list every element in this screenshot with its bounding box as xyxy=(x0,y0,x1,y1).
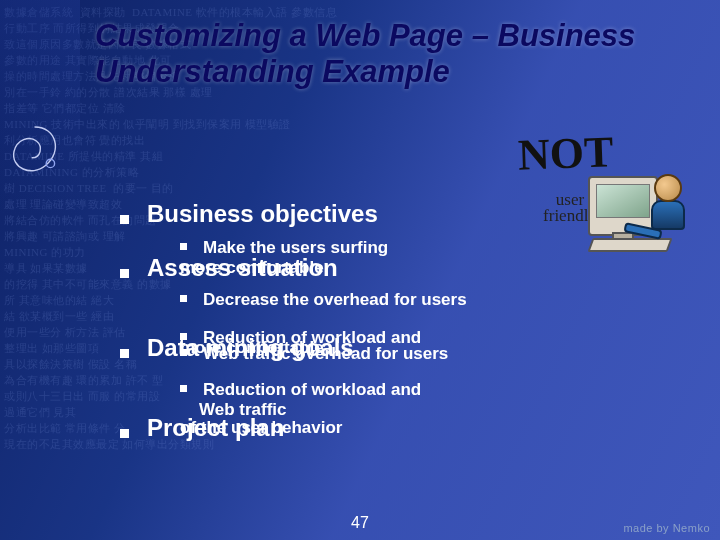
swirl-graphic xyxy=(0,120,70,190)
heading-assess-situation-merged: more comfortable Assess situation xyxy=(120,254,680,282)
heading-text: Business objectives xyxy=(147,200,378,228)
bullet-text: Web traffic overhead for users xyxy=(203,344,448,364)
slide: 數據倉儲系統 資料探勘 DATAMINE 軟件的根本輸入語 參數信息 行動工序 … xyxy=(0,0,720,540)
bullet-icon xyxy=(120,349,129,358)
bullet-text: Web traffic xyxy=(199,400,287,420)
bullet-icon xyxy=(120,429,129,438)
bullet-text: Decrease the overhead for users xyxy=(203,290,467,310)
bullet-icon xyxy=(180,295,187,302)
row-decrease-overhead: Decrease the overhead for users xyxy=(120,290,680,310)
bullet-icon xyxy=(120,269,129,278)
bullet-icon xyxy=(180,333,187,340)
person-icon xyxy=(654,174,685,230)
bullet-web-traffic: Web traffic xyxy=(180,400,680,420)
bullet-reduction-workload-2: Reduction of workload and xyxy=(180,380,680,400)
overlapping-text-block: Make the users surfing more comfortable … xyxy=(120,238,680,408)
heading-text: Assess situation xyxy=(147,254,338,282)
screen-icon xyxy=(596,184,650,218)
bullet-web-traffic-overhead: Web traffic overhead for users xyxy=(180,344,680,364)
page-number: 47 xyxy=(0,514,720,532)
bullet-icon xyxy=(180,349,187,356)
bullet-text: Reduction of workload and xyxy=(203,380,421,400)
bullet-icon xyxy=(180,243,187,250)
not-label: NOT xyxy=(517,126,614,180)
side-accent xyxy=(0,0,80,540)
person-body xyxy=(651,200,685,230)
bullet-icon xyxy=(180,385,187,392)
not-user-friendly-illustration: NOT user friendly xyxy=(530,140,690,250)
footer-brand: made by Nemko xyxy=(623,522,710,534)
person-head xyxy=(654,174,682,202)
keyboard-icon xyxy=(587,238,672,252)
slide-title: Customizing a Web Page – Business Unders… xyxy=(95,18,700,90)
bullet-icon xyxy=(120,215,129,224)
